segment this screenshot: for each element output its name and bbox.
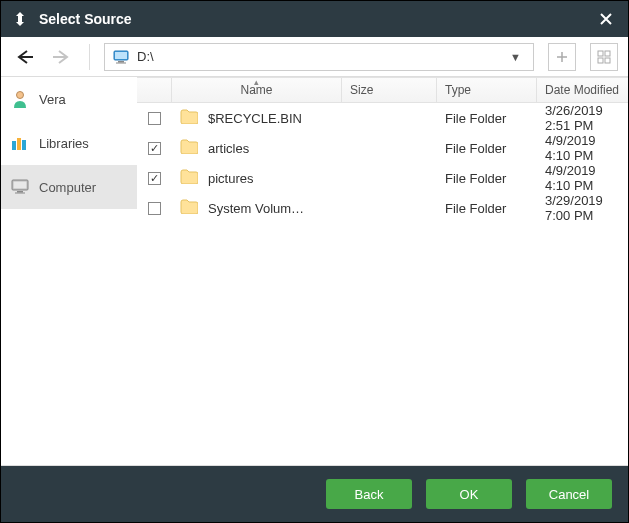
file-rows: $RECYCLE.BINFile Folder3/26/2019 2:51 PM… [137, 103, 628, 465]
monitor-icon [113, 50, 129, 64]
body: Vera Libraries Computer ▴ Name [1, 77, 628, 466]
table-row[interactable]: $RECYCLE.BINFile Folder3/26/2019 2:51 PM [137, 103, 628, 133]
app-icon [11, 10, 29, 28]
svg-rect-6 [605, 51, 610, 56]
svg-rect-14 [14, 182, 27, 189]
file-type: File Folder [437, 171, 537, 186]
path-text: D:\ [137, 49, 506, 64]
select-source-window: Select Source D:\ ▼ [0, 0, 629, 523]
column-name[interactable]: ▴ Name [172, 78, 342, 102]
svg-rect-1 [115, 52, 127, 59]
file-name: System Volum… [208, 201, 304, 216]
folder-icon [180, 109, 198, 127]
file-date: 4/9/2019 4:10 PM [537, 163, 628, 193]
file-name: articles [208, 141, 249, 156]
folder-icon [180, 169, 198, 187]
column-date[interactable]: Date Modified [537, 78, 628, 102]
close-button[interactable] [594, 7, 618, 31]
row-checkbox[interactable] [148, 142, 161, 155]
titlebar: Select Source [1, 1, 628, 37]
sidebar-item-label: Vera [39, 92, 66, 107]
divider [89, 44, 90, 70]
back-arrow-icon[interactable] [11, 43, 39, 71]
path-field[interactable]: D:\ ▼ [104, 43, 534, 71]
file-date: 3/26/2019 2:51 PM [537, 103, 628, 133]
file-panel: ▴ Name Size Type Date Modified $RECYCLE.… [137, 77, 628, 465]
sidebar-item-libraries[interactable]: Libraries [1, 121, 137, 165]
file-type: File Folder [437, 141, 537, 156]
sidebar-item-label: Libraries [39, 136, 89, 151]
folder-icon [180, 199, 198, 217]
sort-asc-icon: ▴ [254, 77, 259, 87]
row-checkbox[interactable] [148, 202, 161, 215]
svg-rect-7 [598, 58, 603, 63]
file-name: pictures [208, 171, 254, 186]
svg-rect-16 [15, 193, 25, 194]
file-type: File Folder [437, 111, 537, 126]
table-row[interactable]: System Volum…File Folder3/29/2019 7:00 P… [137, 193, 628, 223]
forward-arrow-icon[interactable] [47, 43, 75, 71]
table-row[interactable]: articlesFile Folder4/9/2019 4:10 PM [137, 133, 628, 163]
back-button[interactable]: Back [326, 479, 412, 509]
toolbar: D:\ ▼ [1, 37, 628, 77]
column-header: ▴ Name Size Type Date Modified [137, 77, 628, 103]
svg-rect-12 [22, 140, 26, 150]
file-date: 4/9/2019 4:10 PM [537, 133, 628, 163]
svg-rect-3 [116, 62, 126, 63]
file-date: 3/29/2019 7:00 PM [537, 193, 628, 223]
svg-rect-5 [598, 51, 603, 56]
column-type[interactable]: Type [437, 78, 537, 102]
chevron-down-icon[interactable]: ▼ [506, 51, 525, 63]
svg-rect-2 [118, 61, 124, 63]
column-size[interactable]: Size [342, 78, 437, 102]
file-type: File Folder [437, 201, 537, 216]
user-icon [11, 90, 29, 108]
sidebar: Vera Libraries Computer [1, 77, 137, 465]
row-checkbox[interactable] [148, 112, 161, 125]
file-name: $RECYCLE.BIN [208, 111, 302, 126]
sidebar-item-computer[interactable]: Computer [1, 165, 137, 209]
table-row[interactable]: picturesFile Folder4/9/2019 4:10 PM [137, 163, 628, 193]
svg-rect-11 [17, 138, 21, 150]
window-title: Select Source [39, 11, 594, 27]
column-checkbox[interactable] [137, 78, 172, 102]
svg-rect-8 [605, 58, 610, 63]
monitor-icon [11, 178, 29, 196]
folder-icon [180, 139, 198, 157]
libraries-icon [11, 134, 29, 152]
svg-rect-15 [17, 191, 23, 193]
sidebar-item-label: Computer [39, 180, 96, 195]
cancel-button[interactable]: Cancel [526, 479, 612, 509]
view-grid-button[interactable] [590, 43, 618, 71]
footer: Back OK Cancel [1, 466, 628, 522]
svg-rect-10 [12, 141, 16, 150]
row-checkbox[interactable] [148, 172, 161, 185]
sidebar-item-vera[interactable]: Vera [1, 77, 137, 121]
svg-point-9 [17, 92, 24, 99]
ok-button[interactable]: OK [426, 479, 512, 509]
new-folder-button[interactable] [548, 43, 576, 71]
